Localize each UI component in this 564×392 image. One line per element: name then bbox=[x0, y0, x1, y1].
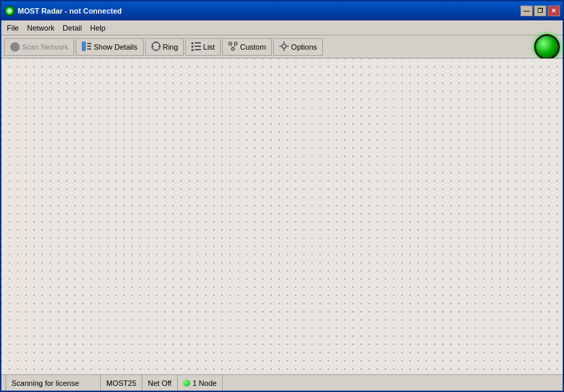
svg-line-21 bbox=[230, 45, 233, 48]
svg-rect-6 bbox=[87, 48, 91, 50]
main-content bbox=[1, 59, 563, 374]
app-window: MOST Radar - not Connected — ❐ ✕ File Ne… bbox=[0, 0, 564, 392]
node-count: 1 Node bbox=[193, 379, 217, 387]
ring-button[interactable]: Ring bbox=[145, 38, 185, 56]
svg-line-22 bbox=[233, 45, 236, 48]
svg-point-23 bbox=[282, 44, 286, 48]
app-icon bbox=[4, 5, 15, 16]
svg-rect-16 bbox=[191, 49, 193, 51]
svg-point-10 bbox=[155, 49, 157, 51]
product-status: MOST25 bbox=[101, 375, 142, 391]
svg-point-20 bbox=[232, 48, 234, 50]
svg-rect-14 bbox=[191, 46, 193, 48]
scan-network-button[interactable]: Scan Network bbox=[4, 38, 74, 56]
ring-icon bbox=[151, 42, 161, 52]
svg-point-8 bbox=[155, 42, 157, 44]
svg-point-19 bbox=[234, 42, 237, 45]
connection-indicator bbox=[534, 34, 560, 60]
svg-rect-4 bbox=[87, 43, 91, 44]
list-icon bbox=[191, 42, 201, 52]
menu-help[interactable]: Help bbox=[86, 22, 110, 33]
svg-rect-12 bbox=[191, 42, 193, 44]
close-button[interactable]: ✕ bbox=[548, 5, 560, 16]
show-details-icon bbox=[82, 42, 91, 52]
svg-rect-5 bbox=[87, 46, 91, 47]
title-buttons: — ❐ ✕ bbox=[520, 5, 560, 16]
minimize-button[interactable]: — bbox=[520, 5, 533, 16]
status-bar: Scanning for license MOST25 Net Off 1 No… bbox=[1, 374, 563, 391]
svg-rect-17 bbox=[195, 49, 201, 50]
svg-point-18 bbox=[229, 42, 232, 45]
list-button[interactable]: List bbox=[185, 38, 221, 56]
menu-detail[interactable]: Detail bbox=[59, 22, 86, 33]
license-status: Scanning for license bbox=[5, 375, 101, 391]
node-count-section: 1 Node bbox=[178, 375, 223, 391]
show-details-button[interactable]: Show Details bbox=[76, 38, 143, 56]
svg-rect-15 bbox=[195, 46, 201, 47]
title-bar: MOST Radar - not Connected — ❐ ✕ bbox=[1, 1, 563, 20]
custom-button[interactable]: Custom bbox=[222, 38, 272, 56]
svg-rect-13 bbox=[195, 42, 201, 44]
title-left: MOST Radar - not Connected bbox=[4, 5, 122, 16]
svg-point-9 bbox=[158, 45, 160, 47]
window-title: MOST Radar - not Connected bbox=[18, 7, 122, 15]
svg-point-2 bbox=[8, 10, 11, 12]
menu-bar: File Network Detail Help bbox=[1, 20, 563, 35]
options-icon bbox=[279, 42, 289, 52]
restore-button[interactable]: ❐ bbox=[534, 5, 546, 16]
options-button[interactable]: Options bbox=[273, 38, 323, 56]
node-status-dot bbox=[183, 380, 190, 387]
svg-point-11 bbox=[151, 45, 153, 47]
scan-network-icon bbox=[10, 42, 20, 52]
net-status: Net Off bbox=[142, 375, 178, 391]
toolbar: Scan Network Show Details bbox=[1, 35, 563, 59]
menu-network[interactable]: Network bbox=[23, 22, 59, 33]
menu-file[interactable]: File bbox=[3, 22, 23, 33]
svg-rect-3 bbox=[82, 42, 86, 51]
custom-icon bbox=[228, 42, 238, 52]
